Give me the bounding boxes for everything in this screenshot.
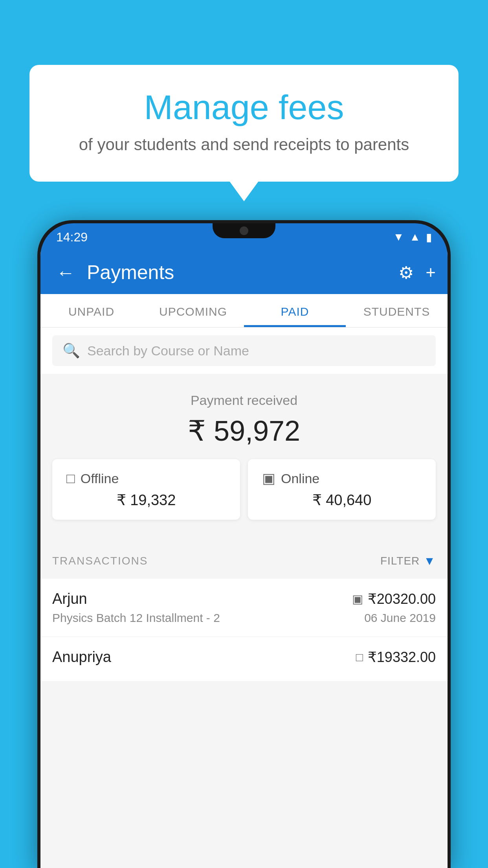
transaction-bottom-1: Physics Batch 12 Installment - 2 06 June… (52, 611, 436, 625)
signal-icon: ▲ (409, 231, 420, 243)
filter-button[interactable]: FILTER ▼ (380, 554, 436, 568)
transaction-top-2: Anupriya □ ₹19332.00 (52, 649, 436, 666)
camera (240, 226, 248, 235)
tab-bar: UNPAID UPCOMING PAID STUDENTS (40, 294, 448, 327)
tab-paid[interactable]: PAID (244, 294, 346, 327)
app-bar: ← Payments ⚙ + (40, 251, 448, 294)
online-card-header: ▣ Online (262, 470, 422, 487)
payment-total-amount: ₹ 59,972 (52, 414, 436, 447)
transactions-label: TRANSACTIONS (52, 555, 148, 567)
offline-label: Offline (81, 471, 119, 486)
transaction-name-1: Arjun (52, 590, 87, 607)
transaction-amount-wrap-2: □ ₹19332.00 (356, 649, 436, 666)
search-container: 🔍 Search by Course or Name (40, 327, 448, 374)
settings-button[interactable]: ⚙ (398, 263, 414, 283)
app-title: Payments (87, 261, 391, 284)
offline-amount: ₹ 19,332 (66, 491, 226, 509)
screen: ← Payments ⚙ + UNPAID UPCOMING PAID STUD… (40, 251, 448, 868)
payment-summary: Payment received ₹ 59,972 □ Offline ₹ 19… (40, 377, 448, 543)
transaction-name-2: Anupriya (52, 649, 111, 666)
app-bar-icons: ⚙ + (398, 263, 436, 283)
transaction-top-1: Arjun ▣ ₹20320.00 (52, 590, 436, 607)
filter-label: FILTER (380, 555, 420, 567)
phone-bezel: 14:29 ▼ ▲ ▮ ← Payments ⚙ + UNPAID UPCOM (40, 223, 448, 868)
add-button[interactable]: + (426, 263, 436, 282)
battery-icon: ▮ (426, 231, 432, 244)
speech-bubble: Manage fees of your students and send re… (29, 65, 459, 182)
offline-icon: □ (66, 470, 75, 487)
online-label: Online (281, 471, 319, 486)
transaction-course-1: Physics Batch 12 Installment - 2 (52, 611, 220, 625)
speech-bubble-title: Manage fees (57, 88, 431, 127)
search-placeholder[interactable]: Search by Course or Name (87, 343, 249, 359)
tab-students[interactable]: STUDENTS (346, 294, 448, 327)
speech-bubble-subtitle: of your students and send receipts to pa… (57, 135, 431, 154)
phone-notch (213, 223, 275, 238)
transaction-date-1: 06 June 2019 (364, 611, 436, 625)
transaction-amount-1: ₹20320.00 (368, 591, 436, 607)
transactions-header: TRANSACTIONS FILTER ▼ (40, 543, 448, 579)
wifi-icon: ▼ (393, 231, 404, 243)
online-icon: ▣ (262, 470, 275, 487)
offline-payment-card: □ Offline ₹ 19,332 (52, 459, 240, 520)
offline-card-header: □ Offline (66, 470, 226, 487)
status-time: 14:29 (56, 230, 88, 245)
cash-payment-icon-2: □ (356, 651, 363, 664)
transaction-amount-wrap-1: ▣ ₹20320.00 (352, 591, 436, 607)
filter-icon: ▼ (424, 554, 436, 568)
payment-cards: □ Offline ₹ 19,332 ▣ Online ₹ 40,640 (52, 459, 436, 531)
back-button[interactable]: ← (52, 258, 79, 287)
search-icon: 🔍 (62, 342, 80, 359)
table-row[interactable]: Anupriya □ ₹19332.00 (40, 637, 448, 682)
payment-received-label: Payment received (52, 393, 436, 408)
search-box[interactable]: 🔍 Search by Course or Name (52, 335, 436, 366)
tab-upcoming[interactable]: UPCOMING (142, 294, 244, 327)
card-payment-icon-1: ▣ (352, 592, 363, 606)
online-amount: ₹ 40,640 (262, 491, 422, 509)
status-icons: ▼ ▲ ▮ (393, 231, 432, 244)
transaction-amount-2: ₹19332.00 (368, 649, 436, 666)
table-row[interactable]: Arjun ▣ ₹20320.00 Physics Batch 12 Insta… (40, 579, 448, 637)
tab-unpaid[interactable]: UNPAID (40, 294, 142, 327)
online-payment-card: ▣ Online ₹ 40,640 (248, 459, 436, 520)
phone-frame: 14:29 ▼ ▲ ▮ ← Payments ⚙ + UNPAID UPCOM (37, 220, 451, 868)
